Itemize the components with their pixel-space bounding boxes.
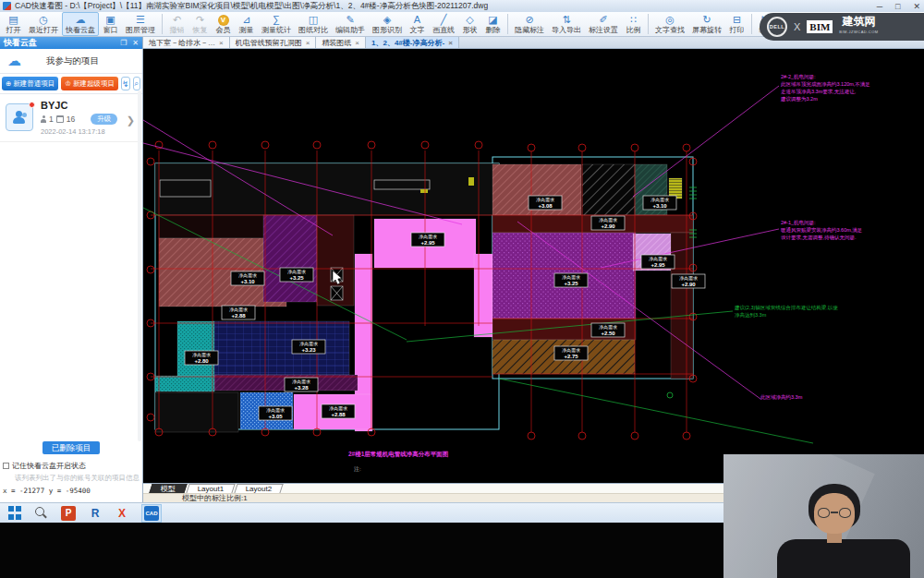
svg-text:+2.88: +2.88 <box>231 313 246 319</box>
popout-icon[interactable]: ❐ <box>120 39 127 47</box>
sheets-icon <box>56 115 64 123</box>
hide-icon: ⊘ <box>525 15 533 26</box>
panel-close-icon[interactable]: ✕ <box>132 39 139 47</box>
minimize-button[interactable]: ─ <box>877 2 882 11</box>
layout-tab-模型[interactable]: 模型 <box>149 484 187 493</box>
floor-plan-drawing: 净高需求+3.10净高需求+3.25净高需求+2.95净高需求+3.23净高需求… <box>143 49 924 483</box>
toolbar-vip-button[interactable]: V会员 <box>212 12 235 36</box>
toolbar-stats-button[interactable]: ∑测量统计 <box>258 12 295 36</box>
toolbar-label: 画直线 <box>432 26 455 34</box>
search-icon: ◎ <box>665 15 675 26</box>
toolbar-label: 编辑助手 <box>335 26 365 34</box>
open-icon: ▤ <box>8 15 18 26</box>
search-icon: ⌕ <box>134 78 139 89</box>
doc-tab[interactable]: 地下室－给排水－…× <box>143 37 230 48</box>
svg-text:净高需求: 净高需求 <box>536 197 554 202</box>
project-card[interactable]: BYJC 1 16 升级 ❯ 2022-02-14 13:17:18 <box>0 94 142 142</box>
tab-close-icon[interactable]: × <box>306 39 310 47</box>
cloud-panel-header: 快看云盘 ❐ ✕ <box>0 37 142 49</box>
toolbar-open-button[interactable]: ▤打开 <box>2 12 25 36</box>
app-r[interactable]: R <box>88 506 103 521</box>
toolbar-separator <box>507 14 508 34</box>
toolbar-text-button[interactable]: A文字 <box>406 12 429 36</box>
sync-button[interactable]: ↯ <box>121 77 130 90</box>
doc-tab[interactable]: 机电管线预留孔洞图× <box>230 37 317 48</box>
toolbar-layers-button[interactable]: ☰图层管理 <box>122 12 159 36</box>
toolbar-measure-button[interactable]: ⊿测量 <box>235 12 258 36</box>
toolbar-search-button[interactable]: ◎文字查找 <box>651 12 688 36</box>
app-powerpoint[interactable]: P <box>61 506 76 521</box>
svg-text:净高需求: 净高需求 <box>679 275 698 281</box>
project-avatar <box>6 103 33 131</box>
grid-bubble <box>631 432 638 440</box>
deleted-projects-button[interactable]: 已删除项目 <box>43 441 100 454</box>
toolbar-label: 导入导出 <box>552 26 581 34</box>
toolbar-hide-button[interactable]: ⊘隐藏标注 <box>511 12 548 36</box>
toolbar-scale-button[interactable]: ∷比例 <box>622 12 645 36</box>
app-x[interactable]: X <box>115 506 129 521</box>
svg-text:+2.90: +2.90 <box>681 282 696 287</box>
upgrade-badge[interactable]: 升级 <box>91 114 117 125</box>
app-cad-viewer[interactable]: CAD <box>141 504 162 523</box>
recognition-icon: ◈ <box>383 15 391 26</box>
tab-close-icon[interactable]: × <box>448 39 453 47</box>
tab-close-icon[interactable]: × <box>355 39 359 47</box>
presenter-body <box>777 539 910 578</box>
toolbar-label: 打印 <box>730 26 745 34</box>
layers-icon: ☰ <box>136 15 145 26</box>
section-title: 我参与的项目 <box>30 55 115 67</box>
toolbar-label: 图形识别 <box>372 26 402 34</box>
toolbar-recent-button[interactable]: ◷最近打开 <box>25 12 62 36</box>
annoset-icon: ✐ <box>599 15 607 26</box>
toolbar-compare-button[interactable]: ◫图纸对比 <box>295 12 332 36</box>
toolbar-window-button[interactable]: ▣窗口 <box>99 12 122 36</box>
doc-tab[interactable]: 1、2、4#楼-净高分析-× <box>366 37 459 48</box>
svg-text:净高需求: 净高需求 <box>229 307 248 312</box>
tab-close-icon[interactable]: × <box>219 39 224 47</box>
new-super-project-button[interactable]: ♔新建超级项目 <box>61 77 118 90</box>
delete-icon: ◪ <box>488 15 497 26</box>
toolbar-shape-button[interactable]: ◇形状 <box>458 12 481 36</box>
toolbar-assistant-button[interactable]: ✎编辑助手 <box>332 12 369 36</box>
search-button-sidebar[interactable]: ⌕ <box>133 77 140 90</box>
toolbar-label: 打开 <box>6 26 21 34</box>
brand-x: X <box>794 21 800 32</box>
plan-annotation: 2#-2_机电问题:此区域吊顶完成面净高约3.120m,不满足走道吊顶净高3.3… <box>780 74 870 102</box>
grid-bubble <box>683 432 690 440</box>
remember-checkbox[interactable] <box>3 463 9 469</box>
sidebar-hint: 该列表列出了与你的账号关联的项目信息 <box>15 474 142 483</box>
stats-icon: ∑ <box>273 15 280 26</box>
toolbar-delete-button[interactable]: ◪删除 <box>481 12 505 36</box>
sidebar-scrollbar[interactable] <box>138 90 141 441</box>
doc-tab[interactable]: 精装图纸× <box>316 37 366 48</box>
toolbar-recognition-button[interactable]: ◈图形识别 <box>369 12 406 36</box>
toolbar-label: 快看云盘 <box>66 26 95 34</box>
print-icon: ⊟ <box>733 15 741 26</box>
member-count: 1 <box>49 114 54 124</box>
search-button[interactable] <box>34 506 49 521</box>
toolbar-cloud-button[interactable]: ☁快看云盘 <box>62 12 99 36</box>
scale-icon: ∷ <box>630 15 637 26</box>
cad-canvas[interactable]: 净高需求+3.10净高需求+3.25净高需求+2.95净高需求+3.23净高需求… <box>143 49 924 483</box>
toolbar-label: 最近打开 <box>29 26 58 34</box>
close-button[interactable]: ✕ <box>913 2 920 11</box>
toolbar-annoset-button[interactable]: ✐标注设置 <box>585 12 622 36</box>
grid-bubble <box>631 144 638 151</box>
svg-text:净高需求: 净高需求 <box>649 256 667 261</box>
grid-bubble <box>147 414 154 421</box>
toolbar-print-button[interactable]: ⊟打印 <box>725 12 748 36</box>
chevron-right-icon[interactable]: ❯ <box>127 114 135 126</box>
svg-text:净高需求: 净高需求 <box>287 269 306 274</box>
toolbar-impexp-button[interactable]: ⇅导入导出 <box>548 12 585 36</box>
start-button[interactable] <box>7 506 22 521</box>
toolbar-rotate-button[interactable]: ↻屏幕旋转 <box>688 12 725 36</box>
toolbar-line-button[interactable]: ╱画直线 <box>429 12 458 36</box>
doc-tab-label: 1、2、4#楼-净高分析- <box>371 38 444 48</box>
svg-text:+3.10: +3.10 <box>652 203 667 209</box>
layout-tab-layout2[interactable]: Layout2 <box>235 484 285 493</box>
maximize-button[interactable]: □ <box>895 2 900 11</box>
layout-tab-layout1[interactable]: Layout1 <box>186 484 236 493</box>
svg-text:+3.25: +3.25 <box>289 275 304 281</box>
new-normal-project-button[interactable]: ⊕新建普通项目 <box>2 77 58 90</box>
svg-text:+3.23: +3.23 <box>301 347 316 353</box>
